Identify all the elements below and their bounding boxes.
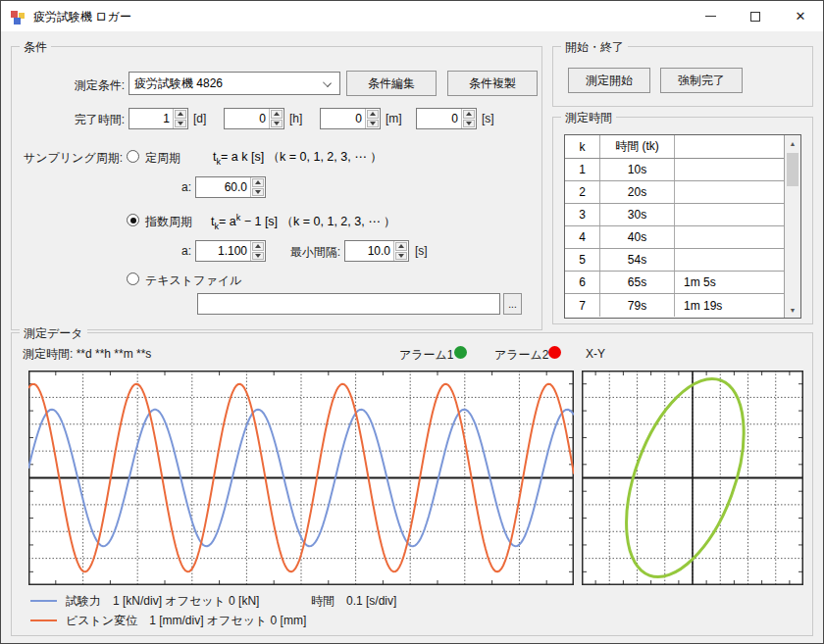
legend-force-label: 試験力 1 [kN/div] オフセット 0 [kN] [66,593,259,610]
exponential-period-radio-label[interactable]: 指数周期 [145,214,192,230]
text-file-radio-label[interactable]: テキストファイル [145,272,241,289]
force-finish-button[interactable]: 強制完了 [660,68,743,93]
cell-time: 65s [600,272,675,293]
table-row[interactable]: 220s [565,181,784,204]
spinner-arrows[interactable] [461,109,476,128]
minutes-unit-label: [m] [386,112,402,125]
completion-seconds-value: 0 [417,109,461,128]
spinner-arrows[interactable] [250,177,265,197]
start-end-group-label: 開始・終了 [561,39,628,56]
exponential-a-stepper[interactable]: 1.100 [195,240,266,262]
alarm1-indicator-icon [454,346,467,359]
window-title: 疲労試験機 ロガー [33,9,131,25]
table-row[interactable]: 779s1m 19s [565,294,784,317]
cell-k: 5 [565,249,600,271]
fixed-period-radio-label[interactable]: 定周期 [145,150,180,167]
completion-seconds-stepper[interactable]: 0 [416,108,477,129]
measurement-time-table: k 時間 (tk) 110s 220s 330s 440s 554s 665s1… [564,134,801,319]
cell-extra [675,159,784,180]
days-unit-label: [d] [193,112,206,125]
scrollbar-thumb[interactable] [787,153,798,186]
table-row[interactable]: 554s [565,249,784,272]
cell-extra [675,181,784,203]
legend-time-label: 時間 0.1 [s/div] [311,593,396,610]
cell-k: 4 [565,226,600,248]
table-scrollbar[interactable]: ▲ ▼ [784,135,800,318]
cell-extra [675,249,784,271]
cell-time: 54s [600,249,675,271]
cell-time: 79s [600,294,675,317]
alarm1-label: アラーム1 [399,347,454,364]
min-interval-unit-label: [s] [415,244,428,258]
title-bar[interactable]: 疲労試験機 ロガー ✕ [1,1,823,31]
cell-time: 40s [600,226,675,248]
hours-unit-label: [h] [289,112,302,125]
completion-time-label: 完了時間: [48,112,125,128]
spinner-arrows[interactable] [173,109,187,128]
scroll-down-icon[interactable]: ▼ [785,302,800,318]
text-file-path-input[interactable] [197,293,500,315]
sampling-period-label: サンプリング周期: [19,150,123,167]
cell-k: 3 [565,204,600,225]
alarm2-label: アラーム2 [494,347,549,364]
table-header-row: k 時間 (tk) [565,135,784,159]
table-row[interactable]: 330s [565,204,784,226]
measurement-condition-combobox[interactable]: 疲労試験機 4826 [129,72,340,95]
maximize-icon [750,12,760,22]
table-row[interactable]: 665s1m 5s [565,272,784,294]
spinner-arrows[interactable] [393,241,408,261]
elapsed-time-label: 測定時間: **d **h **m **s [23,346,151,363]
completion-days-stepper[interactable]: 1 [129,108,188,129]
completion-hours-stepper[interactable]: 0 [224,108,284,129]
copy-condition-button[interactable]: 条件複製 [447,71,538,96]
legend-displacement-label: ピストン変位 1 [mm/div] オフセット 0 [mm] [66,613,306,629]
spinner-arrows[interactable] [269,109,283,128]
conditions-group-label: 条件 [20,39,51,56]
alarm2-indicator-icon [548,346,561,359]
maximize-button[interactable] [733,1,778,31]
completion-hours-value: 0 [225,109,269,128]
measurement-condition-value: 疲労試験機 4826 [134,75,223,92]
exponential-period-radio[interactable] [127,214,139,226]
close-icon: ✕ [796,9,806,24]
scroll-up-icon[interactable]: ▲ [785,135,800,151]
fixed-a-stepper[interactable]: 60.0 [195,176,266,198]
spinner-arrows[interactable] [250,241,265,261]
fixed-a-label: a: [164,180,191,194]
exponential-a-value: 1.100 [196,241,250,261]
fixed-period-formula: tk= a k [s] （k = 0, 1, 2, 3, ⋯ ） [213,149,383,167]
start-measurement-button[interactable]: 測定開始 [568,68,650,93]
completion-days-value: 1 [129,109,173,128]
browse-button[interactable]: ... [503,293,522,315]
xy-chart [582,371,803,585]
edit-condition-button[interactable]: 条件編集 [346,71,437,96]
cell-extra [675,226,784,248]
table-row[interactable]: 440s [565,226,784,249]
cell-time: 10s [600,159,675,180]
fixed-period-radio[interactable] [127,150,139,163]
min-interval-stepper[interactable]: 10.0 [344,240,409,262]
completion-minutes-stepper[interactable]: 0 [320,108,381,129]
cell-extra: 1m 5s [675,272,784,293]
completion-minutes-value: 0 [321,109,365,128]
xy-chart-label: X-Y [586,347,605,361]
measurement-condition-label: 測定条件: [48,77,125,94]
text-file-radio[interactable] [127,272,139,285]
cell-time: 30s [600,204,675,225]
minimize-button[interactable] [688,1,733,31]
seconds-unit-label: [s] [482,112,494,125]
legend-swatch-displacement [30,619,57,621]
app-icon [10,9,26,25]
cell-extra: 1m 19s [675,294,784,317]
measurement-data-group-label: 測定データ [20,325,87,342]
col-header-time: 時間 (tk) [600,135,675,158]
cell-k: 6 [565,272,600,293]
cell-k: 1 [565,159,600,180]
cell-k: 7 [565,294,600,317]
cell-k: 2 [565,181,600,203]
col-header-k: k [565,135,600,158]
spinner-arrows[interactable] [365,109,380,128]
col-header-extra [675,135,784,158]
close-button[interactable]: ✕ [778,1,823,31]
table-row[interactable]: 110s [565,159,784,181]
